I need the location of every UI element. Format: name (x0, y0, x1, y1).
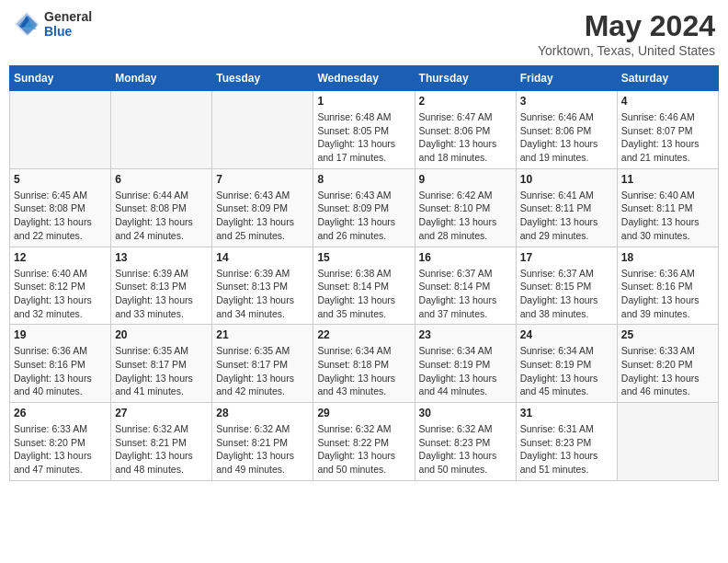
logo-icon (13, 10, 40, 38)
day-number: 11 (621, 173, 714, 186)
day-number: 31 (520, 407, 613, 419)
logo-general: General (44, 9, 92, 24)
day-info: Sunrise: 6:32 AMSunset: 8:23 PMDaylight:… (419, 422, 512, 477)
day-info: Sunrise: 6:48 AMSunset: 8:05 PMDaylight:… (317, 110, 410, 165)
day-number: 4 (621, 95, 714, 108)
day-info: Sunrise: 6:35 AMSunset: 8:17 PMDaylight:… (216, 344, 309, 398)
day-info: Sunrise: 6:37 AMSunset: 8:14 PMDaylight:… (419, 267, 512, 321)
calendar-week-4: 19Sunrise: 6:36 AMSunset: 8:16 PMDayligh… (10, 325, 719, 403)
day-number: 24 (520, 328, 613, 341)
day-info: Sunrise: 6:33 AMSunset: 8:20 PMDaylight:… (14, 422, 107, 477)
day-info: Sunrise: 6:34 AMSunset: 8:19 PMDaylight:… (520, 344, 613, 398)
day-info: Sunrise: 6:39 AMSunset: 8:13 PMDaylight:… (216, 267, 309, 321)
logo: General Blue (13, 9, 92, 39)
day-info: Sunrise: 6:45 AMSunset: 8:08 PMDaylight:… (14, 189, 107, 243)
day-info: Sunrise: 6:37 AMSunset: 8:15 PMDaylight:… (520, 267, 613, 321)
day-info: Sunrise: 6:38 AMSunset: 8:14 PMDaylight:… (317, 267, 410, 321)
day-info: Sunrise: 6:32 AMSunset: 8:21 PMDaylight:… (216, 422, 309, 477)
day-number: 27 (115, 407, 208, 419)
calendar-cell: 19Sunrise: 6:36 AMSunset: 8:16 PMDayligh… (10, 325, 111, 403)
calendar-cell (617, 403, 718, 481)
calendar-cell: 25Sunrise: 6:33 AMSunset: 8:20 PMDayligh… (617, 325, 718, 403)
day-info: Sunrise: 6:43 AMSunset: 8:09 PMDaylight:… (216, 189, 309, 243)
calendar-table: SundayMondayTuesdayWednesdayThursdayFrid… (9, 65, 719, 481)
day-info: Sunrise: 6:33 AMSunset: 8:20 PMDaylight:… (621, 344, 714, 398)
day-info: Sunrise: 6:32 AMSunset: 8:21 PMDaylight:… (115, 422, 208, 477)
day-info: Sunrise: 6:36 AMSunset: 8:16 PMDaylight:… (14, 344, 107, 398)
day-number: 2 (419, 95, 512, 108)
day-header-sunday: Sunday (10, 66, 111, 91)
calendar-cell: 23Sunrise: 6:34 AMSunset: 8:19 PMDayligh… (415, 325, 516, 403)
day-info: Sunrise: 6:47 AMSunset: 8:06 PMDaylight:… (419, 110, 512, 165)
day-header-saturday: Saturday (617, 66, 718, 91)
calendar-cell: 29Sunrise: 6:32 AMSunset: 8:22 PMDayligh… (313, 403, 415, 481)
day-info: Sunrise: 6:42 AMSunset: 8:10 PMDaylight:… (419, 189, 512, 243)
day-header-wednesday: Wednesday (313, 66, 415, 91)
calendar-cell: 14Sunrise: 6:39 AMSunset: 8:13 PMDayligh… (212, 247, 313, 325)
calendar-cell: 8Sunrise: 6:43 AMSunset: 8:09 PMDaylight… (313, 168, 415, 247)
day-number: 16 (419, 251, 512, 264)
day-number: 29 (317, 407, 410, 419)
day-info: Sunrise: 6:35 AMSunset: 8:17 PMDaylight:… (115, 344, 208, 398)
calendar-cell: 16Sunrise: 6:37 AMSunset: 8:14 PMDayligh… (415, 247, 516, 325)
calendar-cell: 6Sunrise: 6:44 AMSunset: 8:08 PMDaylight… (111, 168, 212, 247)
day-info: Sunrise: 6:44 AMSunset: 8:08 PMDaylight:… (115, 189, 208, 243)
calendar-cell: 31Sunrise: 6:31 AMSunset: 8:23 PMDayligh… (516, 403, 617, 481)
calendar-week-3: 12Sunrise: 6:40 AMSunset: 8:12 PMDayligh… (10, 247, 719, 325)
day-number: 28 (216, 407, 309, 419)
day-number: 19 (14, 328, 107, 341)
calendar-cell (111, 91, 212, 169)
day-info: Sunrise: 6:46 AMSunset: 8:06 PMDaylight:… (520, 110, 613, 165)
day-number: 20 (115, 328, 208, 341)
calendar-cell: 28Sunrise: 6:32 AMSunset: 8:21 PMDayligh… (212, 403, 313, 481)
day-number: 30 (419, 407, 512, 419)
day-info: Sunrise: 6:31 AMSunset: 8:23 PMDaylight:… (520, 422, 613, 477)
day-number: 22 (317, 328, 410, 341)
day-info: Sunrise: 6:41 AMSunset: 8:11 PMDaylight:… (520, 189, 613, 243)
day-info: Sunrise: 6:36 AMSunset: 8:16 PMDaylight:… (621, 267, 714, 321)
day-number: 17 (520, 251, 613, 264)
day-number: 15 (317, 251, 410, 264)
day-header-tuesday: Tuesday (212, 66, 313, 91)
calendar-cell: 4Sunrise: 6:46 AMSunset: 8:07 PMDaylight… (617, 91, 718, 169)
calendar-cell: 17Sunrise: 6:37 AMSunset: 8:15 PMDayligh… (516, 247, 617, 325)
calendar-week-5: 26Sunrise: 6:33 AMSunset: 8:20 PMDayligh… (10, 403, 719, 481)
day-number: 10 (520, 173, 613, 186)
logo-text: General Blue (44, 9, 92, 39)
day-header-friday: Friday (516, 66, 617, 91)
calendar-cell: 13Sunrise: 6:39 AMSunset: 8:13 PMDayligh… (111, 247, 212, 325)
day-number: 8 (317, 173, 410, 186)
calendar-cell: 1Sunrise: 6:48 AMSunset: 8:05 PMDaylight… (313, 91, 415, 169)
day-header-monday: Monday (111, 66, 212, 91)
day-number: 7 (216, 173, 309, 186)
calendar-cell (212, 91, 313, 169)
day-number: 1 (317, 95, 410, 108)
calendar-cell: 9Sunrise: 6:42 AMSunset: 8:10 PMDaylight… (415, 168, 516, 247)
calendar-cell: 15Sunrise: 6:38 AMSunset: 8:14 PMDayligh… (313, 247, 415, 325)
calendar-cell: 11Sunrise: 6:40 AMSunset: 8:11 PMDayligh… (617, 168, 718, 247)
day-number: 25 (621, 328, 714, 341)
day-number: 23 (419, 328, 512, 341)
day-number: 21 (216, 328, 309, 341)
day-header-thursday: Thursday (415, 66, 516, 91)
calendar-cell (10, 91, 111, 169)
day-info: Sunrise: 6:40 AMSunset: 8:11 PMDaylight:… (621, 189, 714, 243)
calendar-cell: 12Sunrise: 6:40 AMSunset: 8:12 PMDayligh… (10, 247, 111, 325)
day-info: Sunrise: 6:46 AMSunset: 8:07 PMDaylight:… (621, 110, 714, 165)
calendar-week-2: 5Sunrise: 6:45 AMSunset: 8:08 PMDaylight… (10, 168, 719, 247)
calendar-cell: 3Sunrise: 6:46 AMSunset: 8:06 PMDaylight… (516, 91, 617, 169)
calendar-body: 1Sunrise: 6:48 AMSunset: 8:05 PMDaylight… (10, 91, 719, 481)
calendar-cell: 5Sunrise: 6:45 AMSunset: 8:08 PMDaylight… (10, 168, 111, 247)
day-info: Sunrise: 6:34 AMSunset: 8:18 PMDaylight:… (317, 344, 410, 398)
calendar-cell: 10Sunrise: 6:41 AMSunset: 8:11 PMDayligh… (516, 168, 617, 247)
calendar-cell: 2Sunrise: 6:47 AMSunset: 8:06 PMDaylight… (415, 91, 516, 169)
calendar-cell: 27Sunrise: 6:32 AMSunset: 8:21 PMDayligh… (111, 403, 212, 481)
day-number: 13 (115, 251, 208, 264)
day-info: Sunrise: 6:32 AMSunset: 8:22 PMDaylight:… (317, 422, 410, 477)
calendar-cell: 20Sunrise: 6:35 AMSunset: 8:17 PMDayligh… (111, 325, 212, 403)
day-number: 14 (216, 251, 309, 264)
calendar-cell: 22Sunrise: 6:34 AMSunset: 8:18 PMDayligh… (313, 325, 415, 403)
calendar-cell: 18Sunrise: 6:36 AMSunset: 8:16 PMDayligh… (617, 247, 718, 325)
day-info: Sunrise: 6:34 AMSunset: 8:19 PMDaylight:… (419, 344, 512, 398)
day-number: 9 (419, 173, 512, 186)
